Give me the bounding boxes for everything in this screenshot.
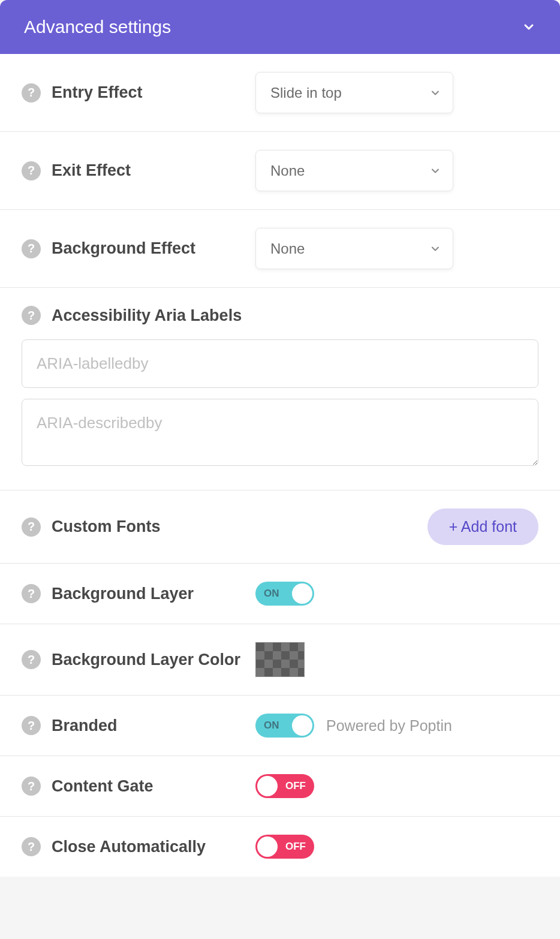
background-layer-label: Background Layer [52, 585, 194, 603]
help-icon[interactable]: ? [22, 584, 41, 603]
content-gate-toggle[interactable]: OFF [255, 774, 314, 798]
background-layer-color-row: ? Background Layer Color [0, 624, 560, 696]
aria-labelledby-input[interactable] [22, 339, 538, 388]
background-effect-label: Background Effect [52, 239, 195, 258]
background-effect-select[interactable]: None [255, 228, 453, 269]
add-font-button[interactable]: + Add font [427, 508, 538, 545]
custom-fonts-label: Custom Fonts [52, 517, 161, 536]
branded-by-text: Powered by Poptin [326, 717, 452, 735]
custom-fonts-row: ? Custom Fonts + Add font [0, 490, 560, 564]
help-icon[interactable]: ? [22, 306, 41, 325]
exit-effect-row: ? Exit Effect None [0, 132, 560, 210]
background-effect-row: ? Background Effect None [0, 210, 560, 288]
toggle-circle [257, 776, 278, 796]
branded-toggle[interactable]: ON [255, 714, 314, 738]
background-layer-row: ? Background Layer ON [0, 564, 560, 624]
help-icon[interactable]: ? [22, 716, 41, 735]
exit-effect-label: Exit Effect [52, 161, 131, 180]
help-icon[interactable]: ? [22, 83, 41, 103]
panel-header[interactable]: Advanced settings [0, 0, 560, 54]
close-automatically-row: ? Close Automatically OFF [0, 817, 560, 877]
background-layer-color-label: Background Layer Color [52, 651, 240, 669]
help-icon[interactable]: ? [22, 777, 41, 796]
toggle-circle [257, 836, 278, 857]
entry-effect-label: Entry Effect [52, 83, 143, 102]
background-layer-color-picker[interactable] [255, 642, 305, 677]
toggle-label: OFF [285, 780, 306, 792]
entry-effect-select[interactable]: Slide in top [255, 72, 453, 113]
toggle-label: OFF [285, 841, 306, 853]
toggle-circle [292, 583, 312, 604]
close-automatically-toggle[interactable]: OFF [255, 835, 314, 859]
exit-effect-select[interactable]: None [255, 150, 453, 191]
help-icon[interactable]: ? [22, 650, 41, 669]
content-gate-label: Content Gate [52, 777, 153, 796]
branded-row: ? Branded ON Powered by Poptin [0, 696, 560, 756]
help-icon[interactable]: ? [22, 837, 41, 856]
advanced-settings-panel: Advanced settings ? Entry Effect Slide i… [0, 0, 560, 877]
panel-title: Advanced settings [24, 17, 171, 37]
toggle-label: ON [264, 588, 279, 600]
toggle-circle [292, 715, 312, 736]
toggle-label: ON [264, 720, 279, 732]
branded-label: Branded [52, 717, 118, 735]
content-gate-row: ? Content Gate OFF [0, 756, 560, 817]
close-automatically-label: Close Automatically [52, 838, 206, 856]
accessibility-aria-row: ? Accessibility Aria Labels [0, 288, 560, 490]
help-icon[interactable]: ? [22, 517, 41, 537]
background-layer-toggle[interactable]: ON [255, 582, 314, 606]
help-icon[interactable]: ? [22, 161, 41, 180]
aria-describedby-input[interactable] [22, 399, 538, 466]
chevron-down-icon [522, 20, 536, 34]
help-icon[interactable]: ? [22, 239, 41, 258]
entry-effect-row: ? Entry Effect Slide in top [0, 54, 560, 132]
accessibility-aria-label: Accessibility Aria Labels [52, 306, 242, 325]
